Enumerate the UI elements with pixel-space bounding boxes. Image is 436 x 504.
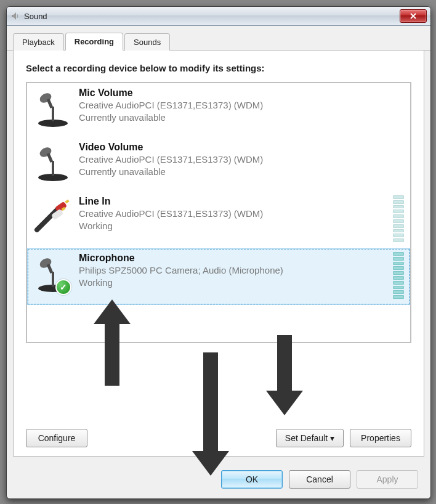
svg-rect-11	[52, 272, 54, 287]
device-row-line-in[interactable]: Line In Creative AudioPCI (ES1371,ES1373…	[27, 192, 410, 248]
ok-button[interactable]: OK	[221, 470, 283, 489]
panel-hint: Select a recording device below to modif…	[26, 63, 411, 73]
device-row-video-volume[interactable]: Video Volume Creative AudioPCI (ES1371,E…	[27, 137, 410, 192]
rca-cable-icon	[31, 195, 75, 240]
close-button[interactable]	[400, 9, 427, 23]
device-sub1: Creative AudioPCI (ES1371,ES1373) (WDM)	[79, 99, 406, 112]
mic-icon	[31, 141, 75, 185]
device-name: Video Volume	[79, 141, 406, 153]
svg-rect-8	[65, 200, 69, 204]
tab-sounds[interactable]: Sounds	[124, 33, 170, 51]
device-sub2: Working	[79, 220, 393, 232]
device-sub2: Currently unavailable	[79, 166, 406, 178]
title-bar: Sound	[7, 7, 430, 26]
apply-button[interactable]: Apply	[357, 470, 418, 489]
dialog-button-row: OK Cancel Apply	[7, 463, 430, 498]
device-sub1: Creative AudioPCI (ES1371,ES1373) (WDM)	[79, 208, 393, 220]
device-list[interactable]: Mic Volume Creative AudioPCI (ES1371,ES1…	[26, 82, 411, 343]
speaker-icon	[10, 11, 20, 21]
default-check-icon: ✓	[55, 279, 71, 295]
mic-icon: ✓	[31, 252, 75, 296]
device-name: Mic Volume	[79, 87, 406, 99]
panel-button-row: Configure Set Default ▾ Properties	[26, 418, 411, 447]
properties-button[interactable]: Properties	[350, 429, 411, 447]
device-sub2: Currently unavailable	[79, 112, 406, 124]
tab-strip: Playback Recording Sounds	[7, 26, 430, 51]
vu-meter	[393, 252, 404, 299]
device-sub2: Working	[79, 277, 393, 289]
tab-playback[interactable]: Playback	[13, 33, 64, 51]
configure-button[interactable]: Configure	[26, 429, 87, 447]
set-default-button[interactable]: Set Default ▾	[276, 429, 344, 447]
window-title: Sound	[24, 12, 47, 21]
svg-rect-4	[52, 161, 54, 176]
annotation-arrow-down-set-default	[266, 335, 303, 415]
device-row-mic-volume[interactable]: Mic Volume Creative AudioPCI (ES1371,ES1…	[27, 83, 410, 137]
svg-rect-1	[52, 107, 54, 121]
annotation-arrow-down-ok	[192, 352, 229, 476]
device-row-microphone[interactable]: ✓ Microphone Philips SPZ5000 PC Camera; …	[27, 248, 410, 305]
mic-icon	[31, 87, 75, 131]
device-sub1: Philips SPZ5000 PC Camera; Audio (Microp…	[79, 264, 393, 277]
sound-dialog: Sound Playback Recording Sounds Select a…	[6, 6, 431, 499]
tab-recording[interactable]: Recording	[65, 33, 123, 51]
device-name: Line In	[79, 195, 393, 208]
cancel-button[interactable]: Cancel	[289, 470, 350, 489]
recording-panel: Select a recording device below to modif…	[13, 51, 424, 457]
vu-meter	[393, 195, 404, 242]
device-name: Microphone	[79, 252, 393, 264]
device-sub1: Creative AudioPCI (ES1371,ES1373) (WDM)	[79, 153, 406, 166]
